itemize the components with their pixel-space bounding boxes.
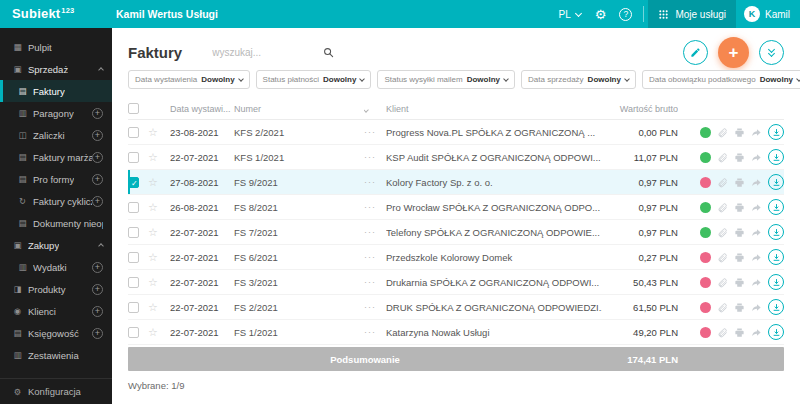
print-icon[interactable] — [734, 327, 745, 338]
print-icon[interactable] — [734, 302, 745, 313]
row-checkbox[interactable] — [128, 327, 139, 338]
sidebar-item-pulpit[interactable]: ▦ Pulpit — [0, 36, 112, 58]
settings-gear-icon[interactable]: ⚙ — [589, 8, 613, 21]
download-icon[interactable] — [768, 174, 784, 190]
expand-all-button[interactable] — [759, 40, 784, 65]
select-all-checkbox[interactable] — [128, 103, 139, 114]
print-icon[interactable] — [734, 227, 745, 238]
add-icon[interactable]: + — [92, 152, 103, 163]
sidebar-item-faktury-marza[interactable]: ▤ Faktury marża + — [0, 146, 112, 168]
col-header-number[interactable]: Numer — [234, 104, 364, 114]
add-icon[interactable]: + — [92, 108, 103, 119]
star-icon[interactable]: ☆ — [148, 226, 158, 238]
sidebar-group-zakupy[interactable]: ▣ Zakupy — [0, 234, 112, 256]
star-icon[interactable]: ☆ — [148, 326, 158, 338]
sidebar-item-zaliczki[interactable]: ◫ Zaliczki + — [0, 124, 112, 146]
row-more-button[interactable]: ··· — [364, 127, 386, 137]
row-checkbox[interactable] — [128, 202, 139, 213]
paperclip-icon[interactable] — [717, 277, 728, 288]
row-checkbox[interactable] — [128, 302, 139, 313]
language-selector[interactable]: PL — [551, 9, 589, 20]
add-icon[interactable]: + — [92, 284, 103, 295]
share-icon[interactable] — [751, 152, 762, 163]
table-row[interactable]: ☆ 22-07-2021 FS 7/2021 ··· Telefony SPÓŁ… — [128, 220, 784, 245]
search-input[interactable] — [212, 47, 317, 58]
download-icon[interactable] — [768, 224, 784, 240]
row-more-button[interactable]: ··· — [364, 152, 386, 162]
col-header-client[interactable]: Klient — [386, 104, 602, 114]
table-row[interactable]: ☆ 22-07-2021 FS 6/2021 ··· Przedszkole K… — [128, 245, 784, 270]
share-icon[interactable] — [751, 252, 762, 263]
add-icon[interactable]: + — [92, 196, 103, 207]
paperclip-icon[interactable] — [717, 127, 728, 138]
sidebar-item-dokumenty-nieoplacone[interactable]: ▤ Dokumenty nieopłacone — [0, 212, 112, 234]
col-header-date[interactable]: Data wystawi... — [170, 104, 234, 114]
sidebar-item-konfiguracja[interactable]: ⚙ Konfiguracja — [0, 378, 112, 404]
table-row[interactable]: ☆ 27-08-2021 FS 9/2021 ··· Kolory Factor… — [128, 170, 784, 195]
filter-data-obowiazku[interactable]: Data obowiązku podatkowego Dowolny — [642, 70, 800, 89]
row-checkbox[interactable] — [128, 152, 139, 163]
filter-status-platnosci[interactable]: Status płatności Dowolny — [256, 70, 372, 89]
app-logo[interactable]: Subiekt123 — [0, 6, 112, 21]
paperclip-icon[interactable] — [717, 152, 728, 163]
paperclip-icon[interactable] — [717, 177, 728, 188]
print-icon[interactable] — [734, 127, 745, 138]
download-icon[interactable] — [768, 249, 784, 265]
row-more-button[interactable]: ··· — [364, 227, 386, 237]
paperclip-icon[interactable] — [717, 327, 728, 338]
table-row[interactable]: ☆ 22-07-2021 FS 3/2021 ··· Drukarnia SPÓ… — [128, 270, 784, 295]
table-row[interactable]: ☆ 26-08-2021 FS 8/2021 ··· Pro Wrocław S… — [128, 195, 784, 220]
sidebar-item-faktury[interactable]: ▤ Faktury — [0, 80, 112, 102]
my-services-button[interactable]: Moje usługi — [648, 0, 736, 28]
filter-status-wysylki[interactable]: Status wysyłki mailem Dowolny — [377, 70, 515, 89]
sidebar-item-paragony[interactable]: ▥ Paragony + — [0, 102, 112, 124]
table-row[interactable]: ☆ 22-07-2021 FS 1/2021 ··· Katarzyna Now… — [128, 320, 784, 345]
star-icon[interactable]: ☆ — [148, 251, 158, 263]
row-more-button[interactable]: ··· — [364, 252, 386, 262]
download-icon[interactable] — [768, 199, 784, 215]
download-icon[interactable] — [768, 274, 784, 290]
share-icon[interactable] — [751, 327, 762, 338]
sidebar-item-produkty[interactable]: ◨ Produkty + — [0, 278, 112, 300]
download-icon[interactable] — [768, 124, 784, 140]
row-more-button[interactable]: ··· — [364, 202, 386, 212]
sidebar-item-pro-formy[interactable]: ▤ Pro formy + — [0, 168, 112, 190]
col-header-gross[interactable]: Wartość brutto — [602, 104, 678, 114]
row-more-button[interactable]: ··· — [364, 327, 386, 337]
paperclip-icon[interactable] — [717, 302, 728, 313]
print-icon[interactable] — [734, 277, 745, 288]
row-more-button[interactable]: ··· — [364, 277, 386, 287]
chevron-down-icon[interactable] — [364, 107, 369, 113]
row-checkbox[interactable] — [128, 177, 139, 188]
paperclip-icon[interactable] — [717, 227, 728, 238]
share-icon[interactable] — [751, 227, 762, 238]
sidebar-item-wydatki[interactable]: ▥ Wydatki + — [0, 256, 112, 278]
edit-button[interactable] — [683, 40, 708, 65]
row-checkbox[interactable] — [128, 277, 139, 288]
table-row[interactable]: ☆ 22-07-2021 FS 2/2021 ··· DRUK SPÓŁKA Z… — [128, 295, 784, 320]
sidebar-item-ksiegowosc[interactable]: ▤ Księgowość + — [0, 322, 112, 344]
filter-data-sprzedazy[interactable]: Data sprzedaży Dowolny — [521, 70, 636, 89]
add-icon[interactable]: + — [92, 262, 103, 273]
download-icon[interactable] — [768, 324, 784, 340]
add-icon[interactable]: + — [92, 174, 103, 185]
sidebar-group-sprzedaz[interactable]: ▣ Sprzedaż — [0, 58, 112, 80]
sidebar-item-zestawienia[interactable]: ▥ Zestawienia — [0, 344, 112, 366]
share-icon[interactable] — [751, 202, 762, 213]
add-icon[interactable]: + — [92, 130, 103, 141]
star-icon[interactable]: ☆ — [148, 301, 158, 313]
paperclip-icon[interactable] — [717, 202, 728, 213]
print-icon[interactable] — [734, 177, 745, 188]
star-icon[interactable]: ☆ — [148, 201, 158, 213]
sidebar-item-klienci[interactable]: ◉ Klienci + — [0, 300, 112, 322]
row-more-button[interactable]: ··· — [364, 302, 386, 312]
paperclip-icon[interactable] — [717, 252, 728, 263]
download-icon[interactable] — [768, 149, 784, 165]
print-icon[interactable] — [734, 152, 745, 163]
share-icon[interactable] — [751, 177, 762, 188]
table-row[interactable]: ☆ 22-07-2021 KFS 1/2021 ··· KSP Audit SP… — [128, 145, 784, 170]
table-row[interactable]: ☆ 23-08-2021 KFS 2/2021 ··· Progress Nov… — [128, 120, 784, 145]
sidebar-item-faktury-cykliczne[interactable]: ↻ Faktury cykliczne + — [0, 190, 112, 212]
user-menu[interactable]: K Kamil — [736, 6, 800, 22]
star-icon[interactable]: ☆ — [148, 176, 158, 188]
